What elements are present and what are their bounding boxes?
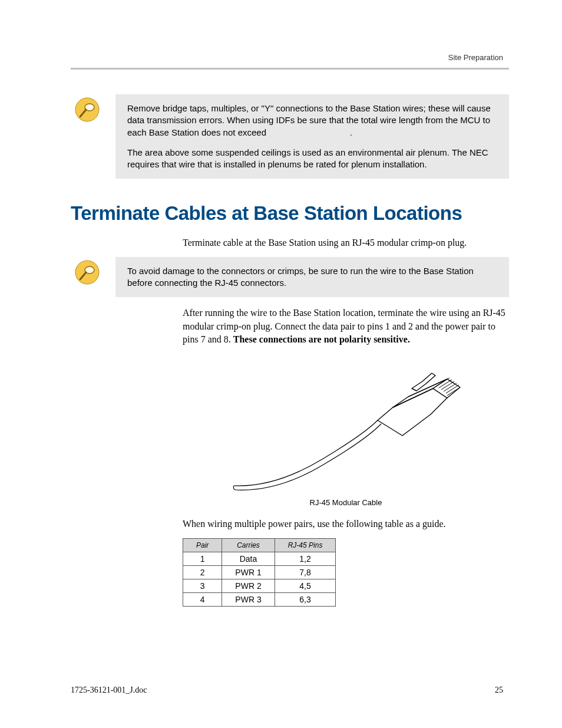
table-header-row: Pair Carries RJ-45 Pins — [183, 538, 336, 552]
footer-doc: 1725-36121-001_J.doc — [71, 686, 147, 695]
svg-point-5 — [90, 267, 92, 270]
note-body-2: To avoid damage to the connectors or cri… — [115, 257, 509, 298]
table-header-pair: Pair — [183, 538, 222, 552]
figure-caption: RJ-45 Modular Cable — [183, 498, 509, 507]
section-heading: Terminate Cables at Base Station Locatio… — [71, 202, 509, 225]
note-block-2: To avoid damage to the connectors or cri… — [71, 257, 509, 298]
footer: 1725-36121-001_J.doc 25 — [71, 686, 503, 695]
footer-page: 25 — [495, 686, 503, 695]
table-row: 1 Data 1,2 — [183, 552, 336, 565]
pinout-table: Pair Carries RJ-45 Pins 1 Data 1,2 2 PWR… — [183, 538, 336, 607]
note1-para2: The area above some suspended ceilings i… — [127, 147, 497, 171]
pushpin-icon — [71, 257, 104, 285]
note-block-1: Remove bridge taps, multiples, or "Y" co… — [71, 94, 509, 179]
page: Site Preparation Remove bridge taps, mul… — [0, 0, 562, 728]
header-rule — [71, 68, 509, 70]
pinout-table-wrap: Pair Carries RJ-45 Pins 1 Data 1,2 2 PWR… — [183, 538, 509, 607]
intro-paragraph: Terminate cable at the Base Station usin… — [183, 236, 509, 249]
table-header-carries: Carries — [222, 538, 275, 552]
pushpin-icon — [71, 94, 104, 123]
svg-point-2 — [90, 105, 92, 108]
note1-para1: Remove bridge taps, multiples, or "Y" co… — [127, 103, 497, 139]
table-row: 2 PWR 1 7,8 — [183, 565, 336, 579]
table-row: 3 PWR 2 4,5 — [183, 579, 336, 592]
table-header-pins: RJ-45 Pins — [275, 538, 336, 552]
rj45-figure: RJ-45 Modular Cable — [183, 353, 509, 507]
table-row: 4 PWR 3 6,3 — [183, 592, 336, 606]
header-section: Site Preparation — [448, 53, 503, 62]
note2-para1: To avoid damage to the connectors or cri… — [127, 265, 497, 289]
table-intro: When wiring multiple power pairs, use th… — [183, 518, 509, 531]
rj45-connector-illustration — [228, 353, 464, 495]
termination-paragraph: After running the wire to the Base Stati… — [183, 307, 509, 346]
note-body-1: Remove bridge taps, multiples, or "Y" co… — [115, 94, 509, 179]
